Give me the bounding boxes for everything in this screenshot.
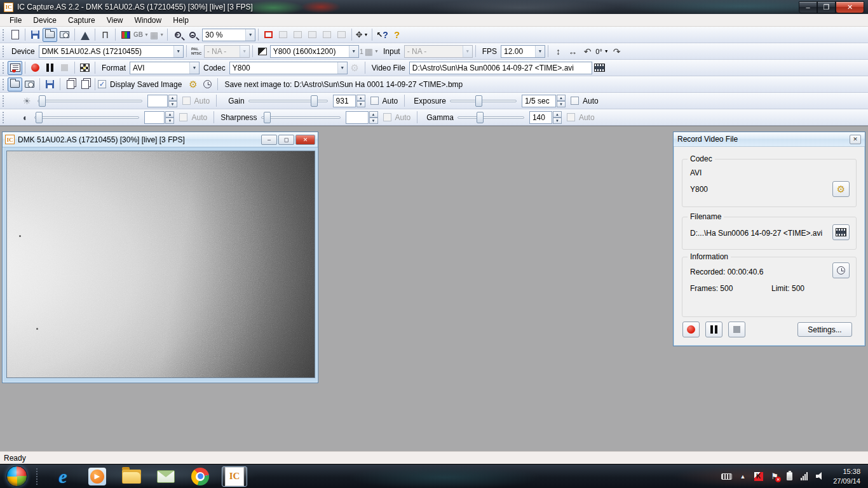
video-format-button[interactable] bbox=[255, 44, 270, 58]
exposure-slider[interactable] bbox=[450, 95, 517, 107]
gamma-spinner[interactable]: ▲▼ bbox=[553, 111, 562, 124]
menu-device[interactable]: Device bbox=[27, 15, 62, 26]
close-button[interactable]: ✕ bbox=[836, 1, 864, 13]
gain-input[interactable]: 931 bbox=[333, 95, 356, 107]
menu-help[interactable]: Help bbox=[167, 15, 194, 26]
gain-slider[interactable] bbox=[248, 95, 328, 107]
volume-icon[interactable] bbox=[816, 472, 825, 480]
toolbar-grip[interactable] bbox=[3, 29, 6, 41]
brightness-spinner[interactable]: ▲▼ bbox=[168, 95, 177, 107]
rotate-right-button[interactable]: ↷ bbox=[609, 44, 624, 58]
slider-thumb[interactable] bbox=[39, 95, 46, 107]
filename-browse-button[interactable] bbox=[832, 224, 850, 240]
preview-close-button[interactable]: ✕ bbox=[295, 135, 315, 145]
contrast-spinner[interactable]: ▲▼ bbox=[165, 111, 174, 124]
toolbar-grip[interactable] bbox=[3, 62, 6, 74]
open-saved-button[interactable] bbox=[8, 78, 22, 92]
toolbar-grip[interactable] bbox=[3, 46, 6, 57]
gamma-input[interactable]: 140 bbox=[529, 111, 552, 124]
menu-window[interactable]: Window bbox=[129, 15, 168, 26]
show-hidden-icons-button[interactable]: ▲ bbox=[740, 473, 746, 480]
sharpness-slider[interactable] bbox=[261, 111, 341, 124]
fps-combo[interactable]: 12.00 ▼ bbox=[501, 45, 545, 58]
save-button[interactable] bbox=[43, 78, 57, 92]
codec-combo[interactable]: Y800 ▼ bbox=[229, 62, 348, 74]
restore-button[interactable]: ❐ bbox=[817, 1, 836, 13]
snapshot-button[interactable] bbox=[57, 28, 72, 42]
slider-thumb[interactable] bbox=[311, 95, 318, 107]
toolbar-grip[interactable] bbox=[3, 79, 6, 90]
gain-auto-checkbox[interactable] bbox=[370, 97, 379, 105]
codec-properties-button[interactable]: ⚙ bbox=[832, 181, 850, 197]
brightness-input[interactable] bbox=[147, 95, 168, 107]
device-combo[interactable]: DMK 51AU02.AS (17210455) ▼ bbox=[39, 45, 184, 58]
slider-thumb[interactable] bbox=[477, 112, 484, 123]
network-signal-icon[interactable] bbox=[801, 472, 808, 480]
taskbar-clock[interactable]: 15:38 27/09/14 bbox=[833, 467, 860, 486]
battery-icon[interactable] bbox=[787, 472, 792, 480]
start-button[interactable] bbox=[6, 466, 27, 487]
gamma-slider[interactable] bbox=[458, 111, 524, 124]
live-display-button[interactable] bbox=[43, 28, 57, 42]
save-image-button[interactable] bbox=[28, 28, 43, 42]
new-document-button[interactable] bbox=[8, 28, 22, 42]
rotate-left-button[interactable]: ↶ bbox=[580, 44, 595, 58]
taskbar-item-ic-capture[interactable]: IC bbox=[222, 466, 247, 487]
copy-image-button[interactable] bbox=[63, 78, 78, 92]
record-start-button[interactable] bbox=[28, 61, 43, 75]
menu-file[interactable]: File bbox=[4, 15, 27, 26]
video-file-browse-button[interactable] bbox=[592, 61, 607, 75]
contrast-input[interactable] bbox=[144, 111, 165, 124]
color-settings-button[interactable] bbox=[118, 28, 133, 42]
taskbar-item-explorer[interactable] bbox=[119, 466, 144, 487]
zoom-out-button[interactable] bbox=[185, 28, 200, 42]
roi-select-button[interactable] bbox=[261, 28, 276, 42]
taskbar-item-media-player[interactable]: ▶ bbox=[85, 466, 110, 487]
display-saved-checkbox[interactable]: ✓ bbox=[98, 80, 106, 88]
flip-horizontal-button[interactable]: ↔ bbox=[566, 44, 580, 58]
zoom-level-combo[interactable]: 30 % ▼ bbox=[202, 29, 255, 41]
preview-title-bar[interactable]: IC DMK 51AU02.AS (17210455) [30%] [live]… bbox=[3, 132, 318, 147]
histogram-button[interactable] bbox=[78, 28, 92, 42]
contrast-slider[interactable] bbox=[34, 111, 139, 124]
action-center-icon[interactable]: ⚑✕ bbox=[771, 471, 779, 481]
exposure-auto-checkbox[interactable] bbox=[571, 97, 579, 105]
taskbar-item-internet-explorer[interactable]: e bbox=[50, 466, 76, 487]
pan-button[interactable]: ✥▼ bbox=[355, 28, 369, 42]
menu-capture[interactable]: Capture bbox=[62, 15, 101, 26]
slider-thumb[interactable] bbox=[264, 112, 271, 123]
menu-view[interactable]: View bbox=[101, 15, 129, 26]
dialog-record-button[interactable] bbox=[682, 322, 700, 337]
dialog-close-button[interactable]: ✕ bbox=[850, 135, 861, 144]
gain-spinner[interactable]: ▲▼ bbox=[356, 95, 365, 107]
zoom-in-button[interactable] bbox=[170, 28, 185, 42]
help-button[interactable]: ? bbox=[390, 28, 404, 42]
preview-image-area[interactable] bbox=[6, 151, 315, 378]
minimize-button[interactable]: – bbox=[799, 1, 817, 13]
antivirus-icon[interactable]: K bbox=[754, 472, 763, 481]
timer-limit-button[interactable] bbox=[832, 262, 850, 278]
dialog-title-bar[interactable]: Record Video File ✕ bbox=[674, 132, 865, 147]
keyboard-icon[interactable] bbox=[721, 473, 732, 480]
sharpness-input[interactable] bbox=[346, 111, 369, 124]
save-series-button[interactable] bbox=[78, 78, 92, 92]
video-format-combo[interactable]: Y800 (1600x1200) ▼ bbox=[270, 45, 359, 58]
snapshot-save-button[interactable] bbox=[22, 78, 37, 92]
dialog-pause-button[interactable] bbox=[705, 322, 722, 337]
dialog-stop-button[interactable] bbox=[728, 322, 745, 337]
context-help-button[interactable]: ↖? bbox=[375, 28, 390, 42]
sharpness-spinner[interactable]: ▲▼ bbox=[369, 111, 378, 124]
record-dialog-toggle-button[interactable] bbox=[8, 61, 22, 75]
toolbar-grip[interactable] bbox=[3, 112, 6, 123]
slider-thumb[interactable] bbox=[475, 95, 482, 107]
preview-minimize-button[interactable]: – bbox=[261, 135, 277, 145]
preview-restore-button[interactable]: ◻ bbox=[278, 135, 294, 145]
timer-button[interactable] bbox=[200, 78, 215, 92]
format-combo[interactable]: AVI ▼ bbox=[130, 62, 200, 74]
brightness-slider[interactable] bbox=[37, 95, 142, 107]
codec-check-button[interactable]: ✓ bbox=[78, 61, 92, 75]
settings-button[interactable]: Settings... bbox=[797, 322, 852, 337]
flip-vertical-button[interactable]: ↕ bbox=[551, 44, 566, 58]
video-file-input[interactable]: D:\Astro\Sun\Ha Sun0006 14-09-27 <TIME>.… bbox=[409, 62, 592, 74]
slider-thumb[interactable] bbox=[36, 112, 43, 123]
